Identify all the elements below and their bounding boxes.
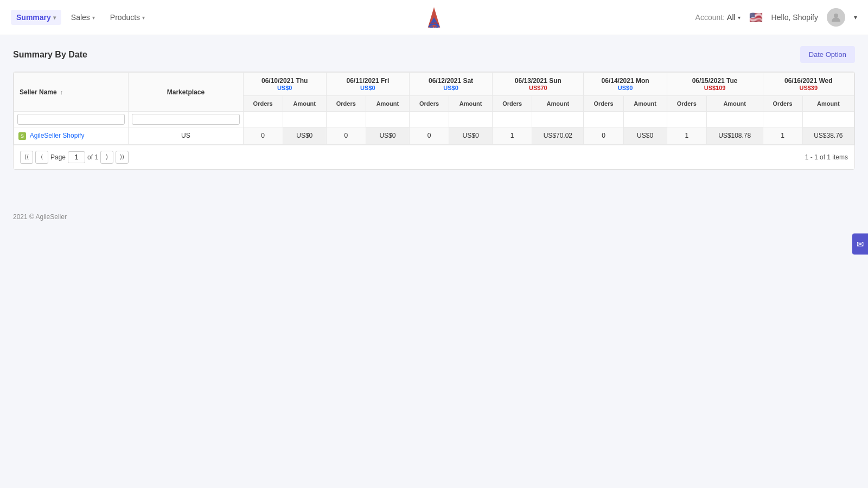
account-select[interactable]: Account: All ▾ <box>695 13 741 22</box>
nav-item-products[interactable]: Products ▾ <box>105 10 150 25</box>
account-chevron: ▾ <box>738 15 741 21</box>
orders-7: Orders <box>763 96 802 112</box>
footer-copyright: 2021 © AgileSeller <box>13 213 67 221</box>
nav-item-sales[interactable]: Sales ▾ <box>66 10 100 25</box>
orders-6: Orders <box>667 96 706 112</box>
nav-logo: AGILE SELLER <box>418 4 450 31</box>
prev-page-button[interactable]: ⟨ <box>35 151 48 164</box>
nav-left: Summary ▾ Sales ▾ Products ▾ <box>11 10 150 25</box>
svg-point-4 <box>834 14 838 18</box>
nav-summary-chevron: ▾ <box>53 15 56 21</box>
flag-icon: 🇺🇸 <box>749 11 763 24</box>
orders-3: Orders <box>409 96 449 112</box>
svg-text:AGILE: AGILE <box>430 21 439 24</box>
marketplace-filter-cell[interactable] <box>129 112 243 127</box>
table-wrapper: Seller Name ↑ Marketplace 06/10/2021 Thu… <box>13 72 855 170</box>
section-title: Summary By Date <box>13 50 87 60</box>
date-col1-header: 06/10/2021 Thu US$0 <box>243 73 326 96</box>
orders-6-cell: 1 <box>667 127 706 145</box>
orders-2: Orders <box>326 96 366 112</box>
page-label: Page <box>50 153 66 161</box>
table-row: S AgileSeller Shopify US 0 US$0 0 US$0 0… <box>14 127 854 145</box>
seller-name-header: Seller Name ↑ <box>14 73 129 112</box>
seller-name-cell: S AgileSeller Shopify <box>14 127 129 145</box>
first-page-button[interactable]: ⟨⟨ <box>20 151 33 164</box>
amount-7-cell: US$38.76 <box>802 127 854 145</box>
orders-3-cell: 0 <box>409 127 449 145</box>
amount-6: Amount <box>706 96 763 112</box>
nav-products-chevron: ▾ <box>142 15 145 21</box>
amount-7: Amount <box>802 96 854 112</box>
pagination-controls: ⟨⟨ ⟨ Page of 1 ⟩ ⟩⟩ <box>20 151 129 164</box>
date-option-button[interactable]: Date Option <box>800 46 855 63</box>
date-col4-header: 06/13/2021 Sun US$70 <box>493 73 584 96</box>
navbar: Summary ▾ Sales ▾ Products ▾ AGILE SELLE… <box>0 0 868 35</box>
footer: 2021 © AgileSeller <box>0 202 868 232</box>
amount-2-cell: US$0 <box>366 127 409 145</box>
date-col3-header: 06/12/2021 Sat US$0 <box>409 73 492 96</box>
date-col2-header: 06/11/2021 Fri US$0 <box>326 73 409 96</box>
marketplace-filter-input[interactable] <box>132 114 239 125</box>
svg-text:SELLER: SELLER <box>429 26 439 29</box>
nav-sales-label: Sales <box>71 13 90 22</box>
date-header-row: Seller Name ↑ Marketplace 06/10/2021 Thu… <box>14 73 854 96</box>
amount-5: Amount <box>623 96 667 112</box>
date-col6-header: 06/15/2021 Tue US$109 <box>667 73 763 96</box>
amount-3: Amount <box>449 96 493 112</box>
marketplace-cell: US <box>129 127 243 145</box>
section-header: Summary By Date Date Option <box>13 46 855 63</box>
avatar <box>827 8 845 27</box>
amount-4-cell: US$70.02 <box>532 127 584 145</box>
amount-4: Amount <box>532 96 584 112</box>
orders-2-cell: 0 <box>326 127 366 145</box>
nav-products-label: Products <box>110 13 140 22</box>
amount-5-cell: US$0 <box>623 127 667 145</box>
seller-filter-input[interactable] <box>17 114 125 125</box>
sort-icon[interactable]: ↑ <box>59 89 63 95</box>
seller-link[interactable]: AgileSeller Shopify <box>30 132 85 139</box>
amount-1-cell: US$0 <box>283 127 326 145</box>
main-content: Summary By Date Date Option Seller Name … <box>0 35 868 181</box>
amount-1: Amount <box>283 96 326 112</box>
of-label: of 1 <box>87 153 98 161</box>
user-dropdown-chevron[interactable]: ▾ <box>854 14 857 21</box>
logo-svg: AGILE SELLER <box>418 4 450 31</box>
seller-filter-cell[interactable] <box>14 112 129 127</box>
amount-3-cell: US$0 <box>449 127 493 145</box>
summary-table: Seller Name ↑ Marketplace 06/10/2021 Thu… <box>14 72 854 145</box>
hello-label: Hello, Shopify <box>771 13 818 22</box>
date-col7-header: 06/16/2021 Wed US$39 <box>763 73 854 96</box>
orders-4-cell: 1 <box>493 127 532 145</box>
page-number-input[interactable] <box>68 151 85 163</box>
orders-1-cell: 0 <box>243 127 283 145</box>
filter-row <box>14 112 854 127</box>
next-page-button[interactable]: ⟩ <box>100 151 113 164</box>
orders-7-cell: 1 <box>763 127 802 145</box>
last-page-button[interactable]: ⟩⟩ <box>116 151 129 164</box>
nav-sales-chevron: ▾ <box>92 15 95 21</box>
nav-right: Account: All ▾ 🇺🇸 Hello, Shopify ▾ <box>695 8 857 27</box>
pagination-bar: ⟨⟨ ⟨ Page of 1 ⟩ ⟩⟩ 1 - 1 of 1 items <box>14 145 854 169</box>
account-value: All <box>727 13 736 22</box>
marketplace-header: Marketplace <box>129 73 243 112</box>
orders-4: Orders <box>493 96 532 112</box>
items-count: 1 - 1 of 1 items <box>805 153 848 161</box>
shopify-icon: S <box>18 132 26 140</box>
nav-summary-label: Summary <box>16 13 51 22</box>
amount-2: Amount <box>366 96 409 112</box>
orders-5: Orders <box>584 96 623 112</box>
account-label: Account: <box>695 13 725 22</box>
orders-5-cell: 0 <box>584 127 623 145</box>
amount-6-cell: US$108.78 <box>706 127 763 145</box>
date-col5-header: 06/14/2021 Mon US$0 <box>584 73 667 96</box>
nav-item-summary[interactable]: Summary ▾ <box>11 10 61 25</box>
orders-1: Orders <box>243 96 283 112</box>
